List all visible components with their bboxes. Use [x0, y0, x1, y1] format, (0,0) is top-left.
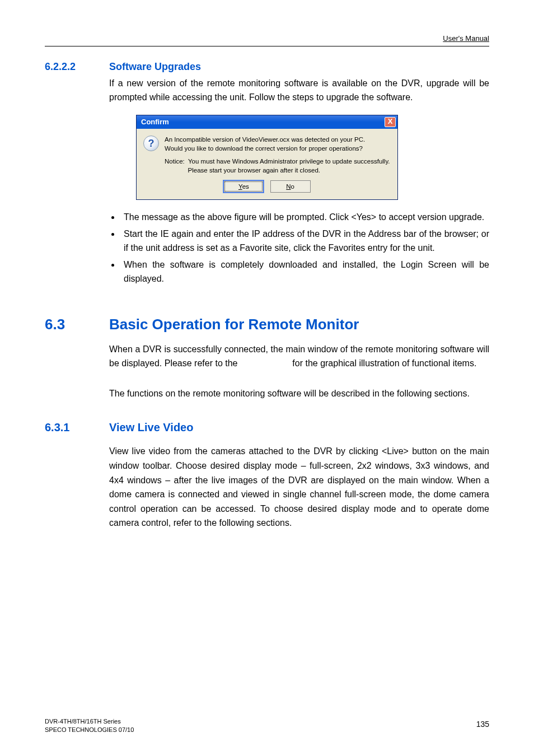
question-icon: ? — [143, 136, 159, 151]
heading-number: 6.3 — [45, 313, 109, 337]
section-paragraph: View live video from the cameras attache… — [109, 444, 489, 530]
page-footer: DVR-4TH/8TH/16TH Series SPECO TECHNOLOGI… — [45, 717, 489, 734]
dialog-notice-l2: Please start your browser again after it… — [188, 167, 321, 174]
footer-line2: SPECO TECHNOLOGIES 07/10 — [45, 726, 134, 733]
dialog-screenshot: Confirm X ? An Incompatible version of V… — [45, 115, 489, 200]
heading-title: Software Upgrades — [109, 59, 489, 75]
page-number: 135 — [476, 718, 489, 730]
yes-rest: es — [242, 183, 249, 190]
section-paragraph: When a DVR is successfully connected, th… — [109, 342, 489, 371]
heading-6-2-2-2: 6.2.2.2 Software Upgrades — [45, 59, 489, 75]
section-paragraph: The functions on the remote monitoring s… — [109, 386, 489, 401]
dialog-titlebar: Confirm X — [137, 115, 397, 129]
footer-line1: DVR-4TH/8TH/16TH Series — [45, 718, 121, 725]
yes-underline: Y — [238, 183, 242, 190]
list-item: When the software is completely download… — [120, 258, 489, 286]
heading-6-3: 6.3 Basic Operation for Remote Monitor — [45, 313, 489, 337]
no-rest: o — [291, 183, 294, 190]
no-button[interactable]: No — [270, 180, 311, 193]
heading-title: Basic Operation for Remote Monitor — [109, 313, 489, 337]
bullet-list: The message as the above figure will be … — [109, 210, 489, 286]
dialog-body: ? An Incompatible version of VideoViewer… — [137, 129, 397, 199]
heading-title: View Live Video — [109, 418, 489, 436]
dialog-buttons: Yes No — [143, 180, 391, 193]
list-item: The message as the above figure will be … — [120, 210, 489, 225]
page-header: User's Manual — [45, 31, 489, 46]
confirm-dialog: Confirm X ? An Incompatible version of V… — [136, 115, 398, 200]
footer-left: DVR-4TH/8TH/16TH Series SPECO TECHNOLOGI… — [45, 717, 489, 734]
dialog-notice-l1: You must have Windows Administrator priv… — [188, 158, 390, 165]
heading-number: 6.3.1 — [45, 418, 109, 436]
heading-6-3-1: 6.3.1 View Live Video — [45, 418, 489, 436]
list-item: Start the IE again and enter the IP addr… — [120, 227, 489, 255]
no-underline: N — [286, 183, 291, 190]
dialog-title-text: Confirm — [141, 116, 169, 128]
close-icon[interactable]: X — [385, 117, 396, 127]
dialog-notice: Notice: You must have Windows Administra… — [165, 157, 391, 175]
header-right-label: User's Manual — [443, 33, 489, 45]
dialog-message: An Incompatible version of VideoViewer.o… — [165, 136, 391, 153]
yes-button[interactable]: Yes — [223, 180, 264, 193]
dialog-line2: Would you like to download the correct v… — [165, 145, 363, 152]
dialog-line1: An Incompatible version of VideoViewer.o… — [165, 136, 365, 143]
heading-number: 6.2.2.2 — [45, 59, 109, 75]
section-paragraph: If a new version of the remote monitorin… — [109, 76, 489, 105]
p1b: for the graphical illustration of functi… — [292, 358, 476, 368]
dialog-notice-prefix: Notice: — [165, 158, 185, 165]
